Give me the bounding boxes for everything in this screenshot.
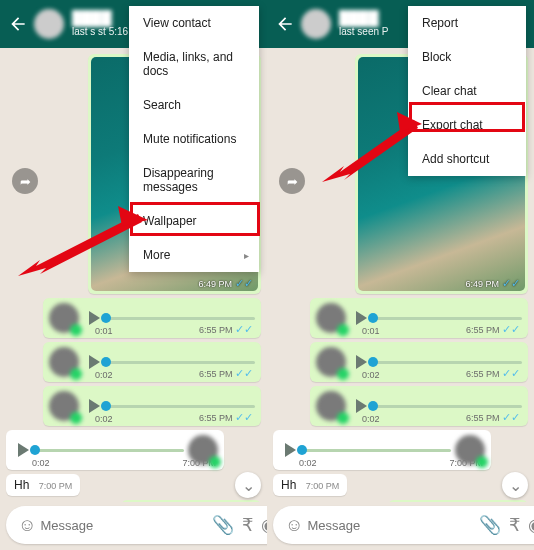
scroll-down-button[interactable]: ⌄ — [235, 472, 261, 498]
emoji-icon[interactable]: ☺ — [18, 515, 36, 536]
back-icon[interactable] — [8, 14, 28, 34]
play-icon[interactable] — [89, 311, 100, 325]
voice-duration: 0:02 — [362, 370, 380, 380]
mic-badge-icon — [209, 456, 221, 468]
menu-mute-notifications[interactable]: Mute notifications — [129, 122, 259, 156]
back-icon[interactable] — [275, 14, 295, 34]
avatar[interactable] — [34, 9, 64, 39]
voice-message-incoming[interactable]: 0:02 7:00 PM — [6, 430, 224, 470]
menu-clear-chat[interactable]: Clear chat — [408, 74, 526, 108]
input-bar: ☺ 📎 ₹ ◉ 🎤 — [6, 506, 261, 544]
voice-thumb[interactable] — [368, 357, 378, 367]
message-time: 7:00 PM — [306, 481, 340, 491]
scroll-down-button[interactable]: ⌄ — [502, 472, 528, 498]
text-content: Hh — [14, 478, 29, 492]
play-icon[interactable] — [285, 443, 296, 457]
voice-message[interactable]: 0:02 6:55 PM ✓✓ — [43, 342, 261, 382]
voice-duration: 0:01 — [95, 326, 113, 336]
voice-thumb[interactable] — [297, 445, 307, 455]
menu-report[interactable]: Report — [408, 6, 526, 40]
voice-duration: 0:02 — [95, 370, 113, 380]
reply-message[interactable]: 7:07 PM✓✓ — [388, 500, 528, 502]
text-message-incoming[interactable]: Hh 7:00 PM — [6, 474, 80, 496]
message-time: 6:55 PM ✓✓ — [199, 411, 253, 424]
voice-avatar — [49, 303, 79, 333]
payment-icon[interactable]: ₹ — [509, 514, 520, 536]
menu-block[interactable]: Block — [408, 40, 526, 74]
menu-search[interactable]: Search — [129, 88, 259, 122]
voice-thumb[interactable] — [30, 445, 40, 455]
read-ticks-icon: ✓✓ — [235, 367, 253, 379]
menu-export-chat[interactable]: Export chat — [408, 108, 526, 142]
screenshot-right: ████ last seen P Report Block Clear chat… — [267, 0, 534, 550]
message-input[interactable] — [40, 518, 208, 533]
emoji-icon[interactable]: ☺ — [285, 515, 303, 536]
message-time: 6:55 PM ✓✓ — [466, 323, 520, 336]
voice-duration: 0:02 — [299, 458, 317, 468]
mic-badge-icon — [337, 368, 349, 380]
voice-message[interactable]: 0:01 6:55 PM ✓✓ — [43, 298, 261, 338]
chevron-down-icon: ⌄ — [242, 476, 255, 495]
message-time: 6:55 PM ✓✓ — [466, 367, 520, 380]
message-pill: ☺ 📎 ₹ ◉ — [6, 506, 267, 544]
voice-track[interactable] — [106, 317, 255, 320]
mic-badge-icon — [70, 412, 82, 424]
voice-thumb[interactable] — [368, 313, 378, 323]
menu-add-shortcut[interactable]: Add shortcut — [408, 142, 526, 176]
voice-track[interactable] — [373, 317, 522, 320]
input-bar: ☺ 📎 ₹ ◉ 🎤 — [273, 506, 528, 544]
menu-more[interactable]: More▸ — [129, 238, 259, 272]
message-time: 6:55 PM ✓✓ — [199, 323, 253, 336]
play-icon[interactable] — [18, 443, 29, 457]
avatar[interactable] — [301, 9, 331, 39]
voice-duration: 0:02 — [95, 414, 113, 424]
camera-icon[interactable]: ◉ — [528, 514, 534, 536]
voice-avatar — [316, 303, 346, 333]
message-pill: ☺ 📎 ₹ ◉ — [273, 506, 534, 544]
voice-message-incoming[interactable]: 0:02 7:00 PM — [273, 430, 491, 470]
message-input[interactable] — [307, 518, 475, 533]
voice-track[interactable] — [106, 361, 255, 364]
message-time: 6:49 PM✓✓ — [465, 277, 520, 290]
voice-thumb[interactable] — [101, 313, 111, 323]
mic-badge-icon — [476, 456, 488, 468]
play-icon[interactable] — [356, 399, 367, 413]
voice-track[interactable] — [302, 449, 451, 452]
voice-message[interactable]: 0:02 6:55 PM ✓✓ — [310, 342, 528, 382]
voice-avatar — [455, 435, 485, 465]
menu-media-links-docs[interactable]: Media, links, and docs — [129, 40, 259, 88]
payment-icon[interactable]: ₹ — [242, 514, 253, 536]
reply-message[interactable]: 7:07 PM✓✓ — [121, 500, 261, 502]
message-time: 6:55 PM ✓✓ — [466, 411, 520, 424]
overflow-menu: View contact Media, links, and docs Sear… — [129, 6, 259, 272]
attach-icon[interactable]: 📎 — [479, 514, 501, 536]
menu-disappearing-messages[interactable]: Disappearing messages — [129, 156, 259, 204]
voice-message[interactable]: 0:01 6:55 PM ✓✓ — [310, 298, 528, 338]
voice-track[interactable] — [373, 361, 522, 364]
voice-thumb[interactable] — [101, 401, 111, 411]
voice-message[interactable]: 0:02 6:55 PM ✓✓ — [310, 386, 528, 426]
voice-track[interactable] — [373, 405, 522, 408]
attach-icon[interactable]: 📎 — [212, 514, 234, 536]
read-ticks-icon: ✓✓ — [502, 277, 520, 290]
message-time: 7:00 PM — [39, 481, 73, 491]
forward-icon[interactable]: ➦ — [279, 168, 305, 194]
mic-badge-icon — [70, 368, 82, 380]
forward-icon[interactable]: ➦ — [12, 168, 38, 194]
voice-thumb[interactable] — [368, 401, 378, 411]
menu-wallpaper[interactable]: Wallpaper — [129, 204, 259, 238]
message-time: 6:49 PM✓✓ — [198, 277, 253, 290]
play-icon[interactable] — [89, 399, 100, 413]
mic-badge-icon — [70, 324, 82, 336]
voice-thumb[interactable] — [101, 357, 111, 367]
voice-track[interactable] — [35, 449, 184, 452]
play-icon[interactable] — [356, 355, 367, 369]
play-icon[interactable] — [89, 355, 100, 369]
chevron-down-icon: ⌄ — [509, 476, 522, 495]
menu-view-contact[interactable]: View contact — [129, 6, 259, 40]
voice-message[interactable]: 0:02 6:55 PM ✓✓ — [43, 386, 261, 426]
text-message-incoming[interactable]: Hh 7:00 PM — [273, 474, 347, 496]
read-ticks-icon: ✓✓ — [502, 323, 520, 335]
play-icon[interactable] — [356, 311, 367, 325]
voice-track[interactable] — [106, 405, 255, 408]
